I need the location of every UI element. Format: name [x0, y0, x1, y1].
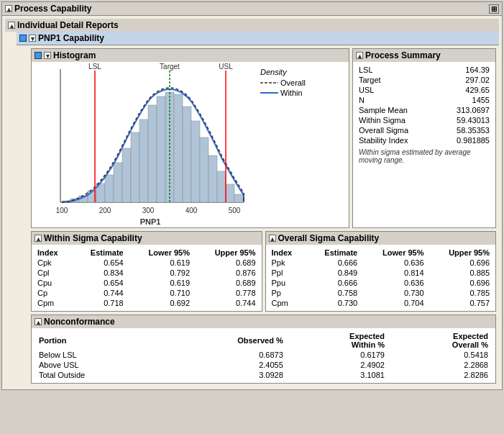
- within-legend-icon: [260, 89, 278, 96]
- svg-rect-19: [209, 155, 217, 202]
- svg-rect-18: [200, 137, 209, 202]
- pnp1-capability-header: ▼ PNP1 Capability: [17, 32, 499, 45]
- within-sigma-table: Index Estimate Lower 95% Upper 95% Cpk0.…: [35, 248, 259, 308]
- tick-500: 500: [229, 207, 241, 214]
- within-sigma-header: ▲ Within Sigma Capability: [32, 232, 262, 245]
- individual-detail-reports-header: ▲ Individual Detail Reports: [5, 19, 499, 32]
- n-value-cell: 1455: [436, 95, 492, 105]
- nonconformance-table: Portion Observed % ExpectedWithin % Expe…: [35, 331, 492, 380]
- svg-rect-10: [131, 132, 139, 202]
- sample-mean-value: 313.0697: [436, 105, 492, 115]
- overall-sigma-value: 58.35353: [436, 125, 492, 135]
- os-col-estimate: Estimate: [306, 248, 360, 258]
- process-summary-label: Process Summary: [365, 50, 441, 60]
- usl-label-cell: USL: [356, 85, 436, 95]
- table-row: Ppk0.6660.6360.696: [269, 258, 493, 268]
- nc-observed-header: Observed %: [162, 331, 288, 350]
- sample-mean-row: Sample Mean 313.0697: [356, 105, 492, 115]
- process-summary-content: LSL 164.39 Target 297.02 USL: [353, 62, 495, 170]
- within-sigma-row: Within Sigma 59.43013: [356, 115, 492, 125]
- collapse-icon[interactable]: ▲: [5, 5, 12, 12]
- svg-rect-11: [139, 119, 148, 202]
- svg-rect-21: [226, 184, 234, 202]
- within-legend-label: Within: [280, 89, 303, 97]
- svg-rect-13: [157, 96, 165, 202]
- nc-expected-within-header: ExpectedWithin %: [288, 331, 389, 350]
- individual-detail-reports-label: Individual Detail Reports: [17, 20, 119, 30]
- svg-rect-20: [217, 171, 226, 202]
- nc-collapse-icon[interactable]: ▲: [35, 318, 42, 325]
- idr-collapse-icon[interactable]: ▲: [8, 22, 15, 29]
- ws-collapse-icon[interactable]: ▲: [35, 235, 42, 242]
- histogram-svg: LSL Target USL: [32, 62, 255, 227]
- top-section: ▼ Histogram: [31, 48, 496, 228]
- table-row: Below LSL0.68730.61790.5418: [35, 350, 492, 360]
- pnp1-icon: [19, 35, 27, 42]
- density-label: Density: [260, 68, 306, 76]
- target-row: Target 297.02: [356, 75, 492, 85]
- pnp1-collapse-icon[interactable]: ▼: [29, 35, 36, 42]
- os-col-upper: Upper 95%: [427, 248, 492, 258]
- within-sigma-panel: ▲ Within Sigma Capability Index Estimate…: [31, 231, 262, 312]
- main-content: ▲ Individual Detail Reports ▼ PNP1 Capab…: [2, 16, 502, 389]
- overall-sigma-row: Overall Sigma 58.35353: [356, 125, 492, 135]
- within-sigma-panel-label: Within Sigma Capability: [44, 233, 142, 243]
- lsl-row: LSL 164.39: [356, 65, 492, 75]
- tick-100: 100: [56, 207, 68, 214]
- svg-rect-9: [122, 148, 131, 202]
- nc-expected-overall-header: ExpectedOverall %: [389, 331, 492, 350]
- histogram-content: LSL Target USL: [32, 62, 349, 227]
- capability-section: ▲ Within Sigma Capability Index Estimate…: [31, 231, 496, 312]
- within-sigma-tbody: Cpk0.6540.6190.689Cpl0.8340.7920.876Cpu0…: [35, 258, 259, 308]
- ps-collapse-icon[interactable]: ▲: [356, 52, 363, 59]
- hist-collapse-icon[interactable]: ▼: [44, 52, 51, 59]
- ws-col-index: Index: [35, 248, 72, 258]
- table-row: Cpk0.6540.6190.689: [35, 258, 259, 268]
- nonconformance-panel: ▲ Nonconformance Portion Observed % Expe…: [31, 315, 496, 384]
- svg-rect-8: [114, 163, 122, 202]
- ws-col-upper: Upper 95%: [193, 248, 258, 258]
- window-controls[interactable]: ⊞: [489, 4, 499, 14]
- within-sigma-header-row: Index Estimate Lower 95% Upper 95%: [35, 248, 259, 258]
- table-row: Cpu0.6540.6190.689: [35, 278, 259, 288]
- table-row: Total Outside3.09283.10812.8286: [35, 370, 492, 380]
- summary-note: Within sigma estimated by average moving…: [356, 145, 492, 167]
- nc-portion-header: Portion: [35, 331, 162, 350]
- stability-index-value: 0.981885: [436, 135, 492, 145]
- target-label-cell: Target: [356, 75, 436, 85]
- target-label: Target: [160, 63, 180, 71]
- legend: Density Overall: [255, 62, 311, 103]
- table-row: Ppl0.8490.8140.885: [269, 268, 493, 278]
- lsl-value-cell: 164.39: [436, 65, 492, 75]
- table-row: Cp0.7440.7100.778: [35, 288, 259, 298]
- n-row: N 1455: [356, 95, 492, 105]
- histogram-chart-area: LSL Target USL: [32, 62, 349, 227]
- nonconformance-label: Nonconformance: [44, 317, 115, 327]
- table-row: Ppu0.6660.6360.696: [269, 278, 493, 288]
- table-row: Cpm0.7180.6920.744: [35, 298, 259, 308]
- overall-sigma-header: ▲ Overall Sigma Capability: [266, 232, 496, 245]
- main-title: Process Capability: [14, 4, 91, 14]
- lsl-label-cell: LSL: [356, 65, 436, 75]
- histogram-panel: ▼ Histogram: [31, 48, 349, 228]
- usl-row: USL 429.65: [356, 85, 492, 95]
- svg-rect-17: [191, 121, 200, 202]
- x-axis-label: PNP1: [140, 217, 161, 226]
- os-col-lower: Lower 95%: [360, 248, 426, 258]
- overall-sigma-panel-label: Overall Sigma Capability: [278, 233, 380, 243]
- histogram-icon: [35, 52, 42, 59]
- tick-200: 200: [99, 207, 111, 214]
- stability-index-label: Stability Index: [356, 135, 436, 145]
- process-capability-panel: ▲ Process Capability ⊞ ▲ Individual Deta…: [1, 1, 503, 390]
- overall-legend-item: Overall: [260, 78, 306, 87]
- usl-label: USL: [219, 63, 233, 71]
- table-row: Above USL2.40552.49022.2868: [35, 360, 492, 370]
- within-legend-item: Within: [260, 89, 306, 97]
- os-collapse-icon[interactable]: ▲: [269, 235, 276, 242]
- process-summary-panel: ▲ Process Summary LSL 164.39: [352, 48, 496, 228]
- svg-rect-15: [174, 94, 183, 202]
- overall-sigma-table: Index Estimate Lower 95% Upper 95% Ppk0.…: [269, 248, 493, 308]
- overall-sigma-panel: ▲ Overall Sigma Capability Index Estimat…: [265, 231, 497, 312]
- process-summary-header: ▲ Process Summary: [353, 49, 495, 62]
- within-sigma-value: 59.43013: [436, 115, 492, 125]
